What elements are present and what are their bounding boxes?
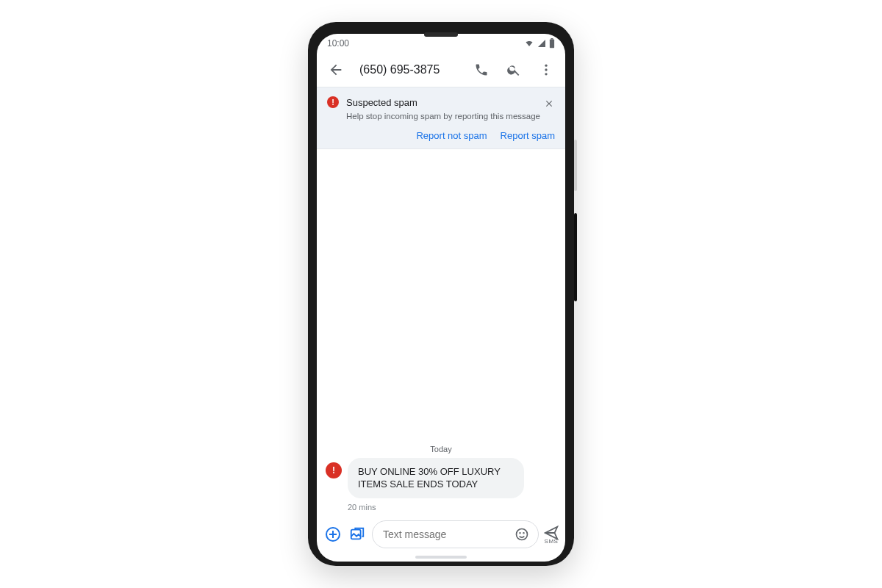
- status-icons: [524, 38, 555, 49]
- composer-bar: SMS: [317, 517, 565, 556]
- signal-icon: [537, 39, 546, 48]
- svg-point-2: [545, 65, 547, 67]
- battery-icon: [549, 38, 555, 49]
- search-button[interactable]: [501, 57, 527, 83]
- phone-volume-button: [574, 213, 577, 301]
- message-row: ! BUY ONLINE 30% OFF LUXURY ITEMS SALE E…: [326, 458, 556, 498]
- message-timestamp: 20 mins: [348, 503, 556, 512]
- spam-banner: ! Suspected spam Help stop incoming spam…: [317, 87, 565, 149]
- report-not-spam-button[interactable]: Report not spam: [416, 130, 487, 141]
- call-button[interactable]: [468, 57, 495, 83]
- svg-point-11: [523, 533, 524, 534]
- svg-rect-1: [551, 38, 553, 40]
- overflow-menu-button[interactable]: [533, 57, 559, 83]
- message-input-container[interactable]: [372, 520, 539, 548]
- conversation-area[interactable]: Today ! BUY ONLINE 30% OFF LUXURY ITEMS …: [317, 149, 565, 517]
- status-time: 10:00: [327, 38, 349, 49]
- phone-icon: [474, 62, 489, 77]
- spam-banner-close-button[interactable]: [539, 93, 559, 114]
- gallery-button[interactable]: [348, 523, 368, 546]
- send-mode-label: SMS: [545, 538, 559, 545]
- phone-earpiece: [424, 32, 458, 37]
- spam-banner-title: Suspected spam: [346, 97, 417, 108]
- plus-circle-icon: [324, 526, 342, 543]
- close-icon: [544, 98, 554, 109]
- conversation-phone-number[interactable]: (650) 695-3875: [359, 63, 462, 76]
- phone-screen: 10:00 (650) 695-3875: [317, 34, 565, 562]
- more-vert-icon: [539, 62, 553, 77]
- report-spam-button[interactable]: Report spam: [501, 130, 555, 141]
- phone-device-frame: 10:00 (650) 695-3875: [308, 22, 574, 566]
- search-icon: [506, 62, 521, 77]
- svg-point-10: [520, 533, 520, 534]
- spam-banner-subtitle: Help stop incoming spam by reporting thi…: [346, 111, 555, 123]
- emoji-icon: [514, 527, 529, 542]
- date-label: Today: [326, 445, 556, 453]
- phone-power-button: [574, 140, 577, 191]
- emoji-button[interactable]: [512, 524, 532, 545]
- svg-point-9: [517, 529, 528, 540]
- svg-point-4: [545, 73, 547, 75]
- send-button[interactable]: SMS: [543, 525, 559, 545]
- message-input[interactable]: [383, 528, 512, 540]
- add-attachment-button[interactable]: [323, 523, 343, 546]
- gesture-nav-pill[interactable]: [415, 556, 467, 559]
- gallery-icon: [349, 526, 365, 542]
- wifi-icon: [524, 39, 534, 48]
- message-bubble[interactable]: BUY ONLINE 30% OFF LUXURY ITEMS SALE END…: [348, 458, 524, 498]
- back-button[interactable]: [323, 57, 349, 83]
- arrow-back-icon: [328, 62, 344, 78]
- alert-icon: !: [327, 96, 339, 108]
- spam-avatar-icon[interactable]: !: [326, 462, 342, 478]
- app-bar: (650) 695-3875: [317, 53, 565, 87]
- svg-rect-0: [550, 40, 554, 49]
- svg-point-3: [545, 68, 547, 71]
